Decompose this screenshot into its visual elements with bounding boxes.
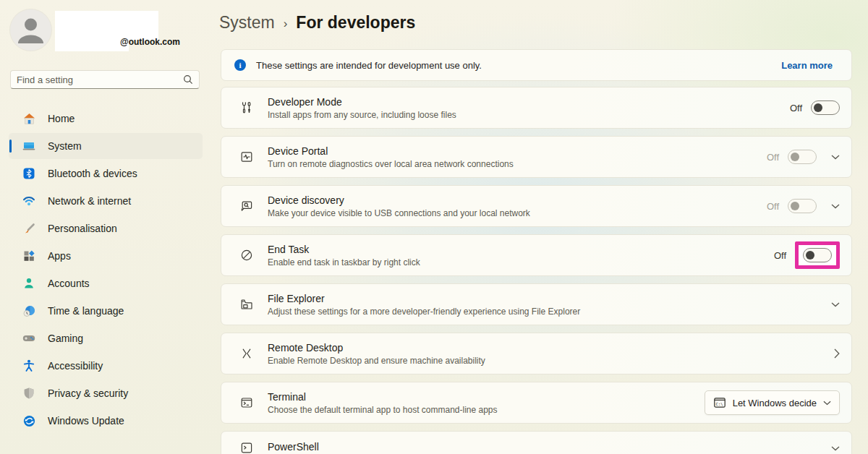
sidebar-item-label: Home <box>48 113 75 124</box>
shield-icon <box>22 386 36 401</box>
sidebar-item-label: Personalisation <box>48 223 117 234</box>
setting-title: Terminal <box>268 391 498 403</box>
avatar <box>10 9 51 51</box>
chevron-right-icon[interactable] <box>834 348 840 359</box>
breadcrumb-system[interactable]: System <box>219 13 275 33</box>
row-terminal: Terminal Choose the default terminal app… <box>221 382 852 424</box>
file-explorer-icon <box>239 297 254 312</box>
setting-subtitle: Enable end task in taskbar by right clic… <box>268 257 420 267</box>
sidebar-item-personalisation[interactable]: Personalisation <box>9 215 203 241</box>
accounts-icon <box>22 276 36 291</box>
sidebar-item-accounts[interactable]: Accounts <box>9 270 203 296</box>
sidebar-item-accessibility[interactable]: Accessibility <box>9 353 203 379</box>
accessibility-icon <box>22 359 36 373</box>
setting-title: Device Portal <box>268 145 514 157</box>
chevron-down-icon[interactable] <box>831 204 840 209</box>
sidebar-item-label: Gaming <box>48 333 83 344</box>
chevron-down-icon[interactable] <box>831 446 840 451</box>
home-icon <box>22 111 36 126</box>
paintbrush-icon <box>22 221 36 236</box>
sidebar-item-label: Time & language <box>48 305 124 317</box>
setting-title: Remote Desktop <box>268 342 485 354</box>
gamepad-icon <box>22 331 36 346</box>
device-discovery-toggle <box>788 199 817 213</box>
info-icon: i <box>234 59 246 71</box>
powershell-icon <box>239 442 254 454</box>
row-developer-mode: Developer Mode Install apps from any sou… <box>221 87 852 129</box>
command-prompt-icon: C:\ <box>713 396 726 409</box>
device-portal-icon <box>239 150 254 164</box>
setting-title: Developer Mode <box>268 96 456 108</box>
terminal-icon <box>239 395 254 410</box>
remote-desktop-icon <box>239 346 254 361</box>
sidebar-item-label: Accessibility <box>48 360 103 372</box>
sidebar-item-windows-update[interactable]: Windows Update <box>9 408 203 434</box>
setting-subtitle: Choose the default terminal app to host … <box>268 405 498 415</box>
setting-title: Device discovery <box>268 194 530 206</box>
search-box[interactable] <box>10 70 200 89</box>
developer-mode-icon <box>239 100 254 115</box>
setting-title: PowerShell <box>268 441 319 453</box>
terminal-app-dropdown[interactable]: C:\ Let Windows decide <box>705 390 840 415</box>
breadcrumb: System › For developers <box>219 13 415 33</box>
row-device-discovery[interactable]: Device discovery Make your device visibl… <box>221 185 852 227</box>
sidebar-item-time-language[interactable]: Time & language <box>9 298 203 324</box>
person-icon <box>10 9 51 51</box>
sidebar-item-label: Windows Update <box>48 415 124 427</box>
time-language-icon <box>22 304 36 318</box>
account-card[interactable]: @outlook.com <box>10 9 205 53</box>
setting-subtitle: Make your device visible to USB connecti… <box>268 208 530 218</box>
chevron-down-icon[interactable] <box>831 155 840 160</box>
sidebar-item-gaming[interactable]: Gaming <box>9 325 203 351</box>
apps-icon <box>22 249 36 263</box>
sidebar-item-network-internet[interactable]: Network & internet <box>9 188 203 214</box>
sidebar-nav: Home System Bluetooth & devices <box>0 106 211 435</box>
dropdown-value: Let Windows decide <box>733 398 817 408</box>
setting-subtitle: Adjust these settings for a more develop… <box>268 307 580 317</box>
chevron-down-icon[interactable] <box>831 302 840 307</box>
setting-subtitle: Install apps from any source, including … <box>268 110 456 120</box>
row-end-task: End Task Enable end task in taskbar by r… <box>221 234 852 276</box>
sidebar-item-privacy-security[interactable]: Privacy & security <box>9 380 203 406</box>
sidebar-item-home[interactable]: Home <box>9 106 203 132</box>
end-task-icon <box>239 248 254 262</box>
setting-title: File Explorer <box>268 293 580 304</box>
device-discovery-icon <box>239 199 254 213</box>
wifi-icon <box>22 194 36 208</box>
sidebar-item-label: Privacy & security <box>48 387 128 399</box>
toggle-state-label: Off <box>774 250 786 261</box>
row-device-portal[interactable]: Device Portal Turn on remote diagnostics… <box>221 136 852 178</box>
page-title: For developers <box>296 13 415 33</box>
banner-text: These settings are intended for developm… <box>256 60 482 71</box>
account-email: @outlook.com <box>120 37 180 47</box>
sidebar-item-apps[interactable]: Apps <box>9 243 203 269</box>
bluetooth-icon <box>22 166 36 181</box>
svg-text:C:\: C:\ <box>715 402 723 406</box>
device-portal-toggle <box>788 150 817 164</box>
sidebar-item-label: Bluetooth & devices <box>48 168 137 179</box>
toggle-state-label: Off <box>790 103 802 113</box>
email-redaction <box>55 32 129 51</box>
row-file-explorer[interactable]: File Explorer Adjust these settings for … <box>221 283 852 325</box>
sidebar-item-bluetooth-devices[interactable]: Bluetooth & devices <box>9 160 203 187</box>
setting-title: End Task <box>268 244 420 255</box>
system-icon <box>22 139 36 153</box>
sidebar-item-label: Apps <box>48 250 71 262</box>
setting-subtitle: Enable Remote Desktop and ensure machine… <box>268 356 485 366</box>
annotation-highlight-box <box>795 241 840 269</box>
search-input[interactable] <box>17 74 183 85</box>
sidebar-item-label: System <box>48 140 82 152</box>
row-powershell[interactable]: PowerShell <box>221 431 852 454</box>
sidebar-item-system[interactable]: System <box>9 133 203 159</box>
settings-sidebar: @outlook.com Home <box>0 0 211 454</box>
learn-more-link[interactable]: Learn more <box>781 60 833 71</box>
search-icon <box>183 74 193 85</box>
sidebar-item-label: Network & internet <box>48 195 131 207</box>
chevron-down-icon <box>823 401 831 406</box>
developer-mode-toggle[interactable] <box>811 100 840 115</box>
toggle-state-label: Off <box>767 201 779 212</box>
sidebar-item-label: Accounts <box>48 278 90 289</box>
end-task-toggle[interactable] <box>803 248 832 262</box>
dev-settings-info-banner: i These settings are intended for develo… <box>221 49 852 81</box>
row-remote-desktop[interactable]: Remote Desktop Enable Remote Desktop and… <box>221 333 852 374</box>
